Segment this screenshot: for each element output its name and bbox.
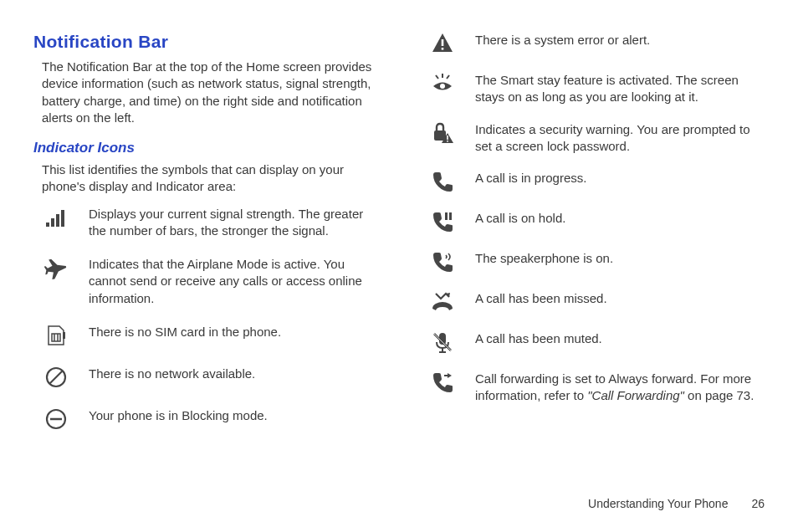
icon-row: The Smart stay feature is activated. The…: [428, 72, 765, 106]
svg-line-9: [49, 371, 63, 384]
svg-rect-21: [445, 212, 448, 220]
call-on-hold-icon: [428, 210, 457, 235]
icon-row: Displays your current signal strength. T…: [42, 206, 378, 240]
icon-description: Call forwarding is set to Always forward…: [475, 371, 765, 405]
icon-description: A call is in progress.: [475, 170, 765, 187]
chapter-name: Understanding Your Phone: [588, 497, 728, 510]
speakerphone-icon: [428, 250, 457, 275]
icon-description: The speakerphone is on.: [475, 250, 765, 267]
svg-rect-7: [63, 332, 65, 339]
icon-row: Your phone is in Blocking mode.: [42, 407, 378, 432]
icon-row: Call forwarding is set to Always forward…: [428, 371, 765, 405]
icon-row: There is no network available.: [42, 366, 378, 391]
icon-description: The Smart stay feature is activated. The…: [475, 72, 765, 106]
svg-rect-20: [447, 141, 448, 142]
section-title: Notification Bar: [33, 32, 378, 52]
signal-strength-icon: [42, 206, 70, 231]
svg-point-17: [440, 84, 445, 89]
svg-rect-13: [442, 48, 444, 50]
page-number: 26: [751, 497, 765, 510]
icon-row: Indicates a security warning. You are pr…: [428, 121, 765, 156]
system-error-icon: [428, 32, 457, 57]
icon-row: A call is in progress.: [428, 170, 765, 195]
icon-description: Displays your current signal strength. T…: [89, 206, 378, 240]
right-icon-list: There is a system error or alert. The Sm…: [428, 32, 765, 405]
section-intro: The Notification Bar at the top of the H…: [42, 59, 378, 126]
no-sim-icon: [42, 324, 70, 349]
left-icon-list: Displays your current signal strength. T…: [42, 206, 378, 432]
icon-description: There is a system error or alert.: [475, 32, 765, 49]
svg-rect-2: [56, 214, 59, 227]
icon-row: The speakerphone is on.: [428, 250, 765, 275]
call-muted-icon: [428, 330, 457, 356]
icon-description: Your phone is in Blocking mode.: [89, 407, 378, 424]
icon-row: There is no SIM card in the phone.: [42, 324, 378, 349]
svg-rect-12: [442, 39, 444, 46]
icon-description: There is no SIM card in the phone.: [89, 324, 378, 340]
svg-line-15: [436, 75, 438, 79]
page-footer: Understanding Your Phone 26: [588, 497, 765, 510]
icon-description: A call has been missed.: [475, 290, 765, 307]
no-network-icon: [42, 366, 70, 391]
icon-description: There is no network available.: [89, 366, 378, 382]
icon-description: Indicates that the Airplane Mode is acti…: [89, 256, 378, 307]
icon-row: A call has been missed.: [428, 290, 765, 315]
security-warning-icon: [428, 121, 457, 146]
icon-row: There is a system error or alert.: [428, 32, 765, 57]
subsection-intro: This list identifies the symbols that ca…: [42, 161, 378, 196]
icon-description: A call is on hold.: [475, 210, 765, 227]
smart-stay-icon: [428, 72, 457, 97]
svg-rect-22: [449, 212, 452, 220]
missed-call-icon: [428, 290, 457, 315]
subsection-title: Indicator Icons: [33, 140, 378, 156]
icon-row: A call is on hold.: [428, 210, 765, 235]
icon-description: A call has been muted.: [475, 330, 765, 347]
call-forwarding-icon: [428, 371, 457, 396]
airplane-mode-icon: [42, 256, 70, 281]
svg-rect-4: [52, 334, 60, 341]
icon-description: Indicates a security warning. You are pr…: [475, 121, 765, 156]
icon-row: Indicates that the Airplane Mode is acti…: [42, 256, 378, 307]
svg-rect-0: [46, 223, 49, 227]
svg-rect-1: [51, 218, 54, 227]
icon-row: A call has been muted.: [428, 330, 765, 356]
svg-rect-3: [61, 210, 64, 227]
blocking-mode-icon: [42, 407, 70, 432]
svg-rect-19: [447, 136, 448, 140]
call-in-progress-icon: [428, 170, 457, 195]
svg-line-16: [447, 75, 449, 79]
